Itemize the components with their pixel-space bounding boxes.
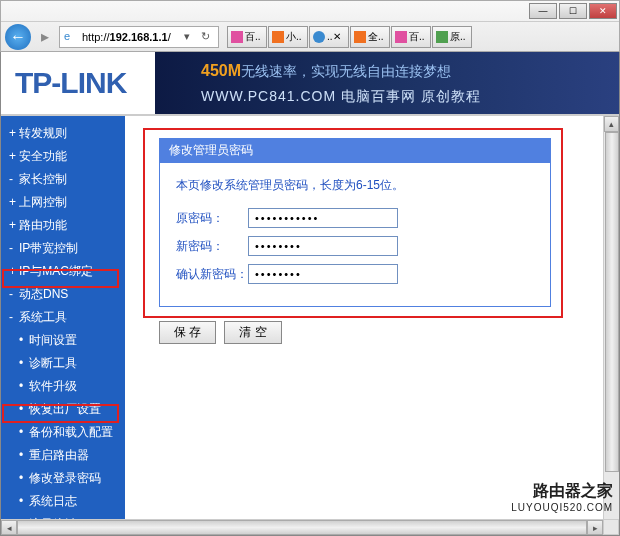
tab-2[interactable]: ..✕ (309, 26, 349, 48)
vertical-scrollbar[interactable]: ▴ ▾ (603, 116, 619, 535)
maximize-button[interactable]: ☐ (559, 3, 587, 19)
sidebar-item-syslog[interactable]: •系统日志 (1, 490, 125, 513)
favicon-icon (436, 31, 448, 43)
logo: TP-LINK (15, 66, 126, 100)
tab-1[interactable]: 小.. (268, 26, 308, 48)
watermark: 路由器之家 LUYOUQI520.COM (511, 481, 613, 513)
tab-5[interactable]: 原.. (432, 26, 472, 48)
tab-0[interactable]: 百.. (227, 26, 267, 48)
tab-3[interactable]: 全.. (350, 26, 390, 48)
refresh-icon[interactable]: ↻ (196, 28, 214, 46)
nav-bar: ← ▸ e http://192.168.1.1/ ▾ ↻ 百.. 小.. ..… (1, 21, 619, 51)
page-content: TP-LINK 450M无线速率，实现无线自由连接梦想 WWW.PC841.CO… (0, 52, 620, 536)
orig-password-input[interactable] (248, 208, 398, 228)
scroll-left-icon[interactable]: ◂ (1, 520, 17, 535)
password-panel: 修改管理员密码 本页修改系统管理员密码，长度为6-15位。 原密码： 新密码： … (159, 138, 551, 307)
sidebar-item-routing[interactable]: +路由功能 (1, 214, 125, 237)
sidebar-item-ddns[interactable]: -动态DNS (1, 283, 125, 306)
new-password-input[interactable] (248, 236, 398, 256)
forward-button[interactable]: ▸ (35, 27, 55, 47)
scroll-up-icon[interactable]: ▴ (604, 116, 619, 132)
sidebar-item-diagnostic[interactable]: •诊断工具 (1, 352, 125, 375)
sidebar-item-factory[interactable]: •恢复出厂设置 (1, 398, 125, 421)
sidebar-item-system-tools[interactable]: -系统工具 (1, 306, 125, 329)
scroll-thumb[interactable] (605, 132, 619, 472)
save-button[interactable]: 保 存 (159, 321, 216, 344)
url-text: http://192.168.1.1/ (82, 31, 178, 43)
sidebar-item-ipmac[interactable]: +IP与MAC绑定 (1, 260, 125, 283)
sidebar-item-change-password[interactable]: •修改登录密码 (1, 467, 125, 490)
sidebar-item-security[interactable]: +安全功能 (1, 145, 125, 168)
confirm-password-input[interactable] (248, 264, 398, 284)
sidebar: +转发规则 +安全功能 -家长控制 +上网控制 +路由功能 -IP带宽控制 +I… (1, 116, 125, 535)
banner-headline: 450M无线速率，实现无线自由连接梦想 (201, 62, 451, 81)
new-password-label: 新密码： (176, 238, 248, 255)
content-area: 修改管理员密码 本页修改系统管理员密码，长度为6-15位。 原密码： 新密码： … (125, 116, 619, 535)
banner-subtitle: WWW.PC841.COM 电脑百事网 原创教程 (201, 88, 481, 106)
favicon-icon (272, 31, 284, 43)
favicon-icon (395, 31, 407, 43)
scroll-thumb[interactable] (17, 520, 587, 535)
url-dropdown-icon[interactable]: ▾ (178, 28, 196, 46)
scroll-right-icon[interactable]: ▸ (587, 520, 603, 535)
sidebar-item-parental[interactable]: -家长控制 (1, 168, 125, 191)
sidebar-item-upgrade[interactable]: •软件升级 (1, 375, 125, 398)
tab-4[interactable]: 百.. (391, 26, 431, 48)
panel-description: 本页修改系统管理员密码，长度为6-15位。 (176, 177, 534, 194)
favicon-icon (231, 31, 243, 43)
address-bar[interactable]: e http://192.168.1.1/ ▾ ↻ (59, 26, 219, 48)
main-layout: +转发规则 +安全功能 -家长控制 +上网控制 +路由功能 -IP带宽控制 +I… (1, 116, 619, 535)
orig-password-label: 原密码： (176, 210, 248, 227)
panel-title: 修改管理员密码 (159, 138, 551, 163)
close-button[interactable]: ✕ (589, 3, 617, 19)
favicon-icon (313, 31, 325, 43)
resize-corner (603, 519, 619, 535)
back-button[interactable]: ← (5, 24, 31, 50)
confirm-password-label: 确认新密码： (176, 266, 248, 283)
banner: TP-LINK 450M无线速率，实现无线自由连接梦想 WWW.PC841.CO… (1, 52, 619, 116)
clear-button[interactable]: 清 空 (224, 321, 281, 344)
sidebar-item-backup[interactable]: •备份和载入配置 (1, 421, 125, 444)
ie-icon: e (64, 30, 78, 44)
tab-strip: 百.. 小.. ..✕ 全.. 百.. 原.. (227, 26, 472, 48)
minimize-button[interactable]: — (529, 3, 557, 19)
sidebar-item-access-control[interactable]: +上网控制 (1, 191, 125, 214)
favicon-icon (354, 31, 366, 43)
horizontal-scrollbar[interactable]: ◂ ▸ (1, 519, 603, 535)
sidebar-item-time[interactable]: •时间设置 (1, 329, 125, 352)
sidebar-item-reboot[interactable]: •重启路由器 (1, 444, 125, 467)
sidebar-item-forward-rules[interactable]: +转发规则 (1, 122, 125, 145)
sidebar-item-bandwidth[interactable]: -IP带宽控制 (1, 237, 125, 260)
titlebar: — ☐ ✕ (1, 1, 619, 21)
browser-window: — ☐ ✕ ← ▸ e http://192.168.1.1/ ▾ ↻ 百.. … (0, 0, 620, 52)
